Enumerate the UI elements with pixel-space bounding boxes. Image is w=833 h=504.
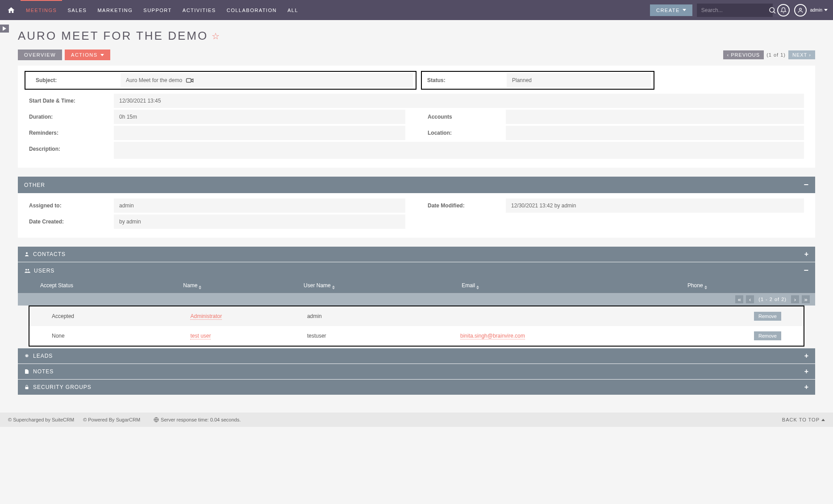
col-username[interactable]: User Name	[304, 282, 462, 289]
expand-icon[interactable]: +	[804, 352, 809, 360]
nav-sales[interactable]: SALES	[62, 0, 92, 20]
duration-value: 0h 15m	[114, 110, 405, 124]
cell-name-link[interactable]: test user	[190, 333, 211, 339]
expand-icon[interactable]: +	[804, 383, 809, 391]
pager-first[interactable]: «	[735, 295, 743, 303]
collapse-icon[interactable]: −	[804, 266, 809, 275]
created-value: by admin	[114, 215, 405, 229]
subject-label: Subject:	[25, 73, 121, 87]
users-table-header: Accept Status Name User Name Email Phone	[18, 279, 815, 293]
assigned-value: admin	[114, 198, 405, 213]
cell-name-link[interactable]: Administrator	[190, 313, 222, 320]
users-icon	[24, 268, 30, 273]
col-accept-status[interactable]: Accept Status	[40, 282, 183, 289]
expand-icon[interactable]: +	[804, 368, 809, 376]
gear-icon	[24, 353, 29, 359]
users-pager: « ‹ (1 - 2 of 2) › »	[18, 293, 815, 306]
record-pager: ‹PREVIOUS (1 of 1) NEXT›	[723, 50, 815, 59]
cell-username: testuser	[307, 333, 460, 339]
actions-button[interactable]: ACTIONS	[65, 50, 110, 60]
caret-up-icon	[821, 419, 825, 421]
svg-point-5	[28, 269, 29, 270]
svg-point-1	[799, 8, 801, 10]
sidebar-toggle[interactable]	[0, 25, 9, 33]
col-email[interactable]: Email	[462, 282, 687, 289]
leads-panel-header[interactable]: LEADS +	[18, 348, 815, 364]
nav-support[interactable]: SUPPORT	[138, 0, 177, 20]
caret-down-icon	[100, 54, 104, 56]
modified-value: 12/30/2021 13:42 by admin	[506, 198, 804, 213]
svg-point-4	[25, 269, 27, 270]
remove-button[interactable]: Remove	[754, 331, 781, 340]
user-avatar-icon[interactable]	[794, 4, 807, 17]
nav-marketing[interactable]: MARKETING	[92, 0, 138, 20]
table-row: Accepted Administrator admin Remove	[29, 306, 804, 326]
other-panel-body: Assigned to: admin Date Modified: 12/30/…	[18, 193, 815, 238]
footer-powered[interactable]: © Powered By SugarCRM	[83, 417, 140, 422]
back-to-top[interactable]: BACK TO TOP	[782, 417, 825, 422]
nav-meetings[interactable]: MEETINGS	[21, 0, 62, 20]
notes-panel-header[interactable]: NOTES +	[18, 364, 815, 379]
cell-email-link[interactable]: binita.singh@brainvire.com	[460, 333, 525, 339]
users-panel-header[interactable]: USERS −	[18, 262, 815, 279]
other-panel-header[interactable]: OTHER −	[18, 177, 815, 193]
reminders-label: Reminders:	[18, 126, 114, 140]
next-button[interactable]: NEXT›	[788, 50, 815, 59]
create-button[interactable]: CREATE	[650, 4, 692, 16]
favorite-star-icon[interactable]: ☆	[212, 31, 221, 41]
assigned-label: Assigned to:	[18, 198, 114, 213]
collapse-icon[interactable]: −	[804, 180, 809, 190]
accounts-label: Accounts	[416, 110, 506, 124]
admin-menu[interactable]: admin	[810, 8, 828, 12]
note-icon	[24, 369, 29, 374]
cell-accept: Accepted	[52, 313, 190, 319]
subject-value: Auro Meet for the demo	[121, 73, 413, 87]
globe-icon	[154, 417, 159, 422]
pager-prev[interactable]: ‹	[746, 295, 754, 303]
users-rows-box: Accepted Administrator admin Remove None…	[29, 306, 804, 347]
search-box	[697, 4, 773, 17]
notifications-icon[interactable]	[777, 4, 790, 17]
person-icon	[24, 252, 29, 257]
created-label: Date Created:	[18, 215, 114, 229]
description-value	[114, 142, 804, 159]
col-phone[interactable]: Phone	[687, 282, 793, 289]
caret-down-icon	[824, 9, 828, 11]
pager-range: (1 - 2 of 2)	[758, 297, 787, 302]
footer-supercharged[interactable]: © Supercharged by SuiteCRM	[8, 417, 74, 422]
lock-icon	[24, 384, 29, 390]
pager-last[interactable]: »	[802, 295, 810, 303]
svg-rect-7	[25, 387, 29, 389]
svg-rect-2	[187, 78, 192, 82]
video-icon[interactable]	[186, 77, 194, 83]
col-name[interactable]: Name	[183, 282, 304, 289]
search-input[interactable]	[701, 7, 768, 13]
pager-count: (1 of 1)	[766, 52, 786, 58]
contacts-panel-header[interactable]: CONTACTS +	[18, 247, 815, 262]
overview-button[interactable]: OVERVIEW	[18, 50, 62, 60]
table-row: None test user testuser binita.singh@bra…	[29, 326, 804, 346]
status-value: Planned	[507, 73, 651, 87]
remove-button[interactable]: Remove	[754, 312, 781, 321]
location-label: Location:	[416, 126, 506, 140]
footer: © Supercharged by SuiteCRM © Powered By …	[0, 413, 833, 427]
expand-icon[interactable]: +	[804, 250, 809, 258]
home-icon[interactable]	[7, 6, 15, 14]
search-icon[interactable]	[768, 6, 776, 14]
svg-point-0	[770, 8, 775, 12]
nav-all[interactable]: ALL	[282, 0, 304, 20]
detail-card: Subject: Auro Meet for the demo Status:	[18, 66, 815, 168]
reminders-value	[114, 126, 405, 140]
status-label: Status:	[422, 73, 507, 87]
caret-down-icon	[683, 9, 686, 11]
cell-accept: None	[52, 333, 190, 339]
nav-collaboration[interactable]: COLLABORATION	[221, 0, 282, 20]
previous-button[interactable]: ‹PREVIOUS	[723, 50, 764, 59]
pager-next[interactable]: ›	[791, 295, 799, 303]
footer-response-time: Server response time: 0.04 seconds.	[161, 417, 241, 422]
top-navbar: MEETINGS SALES MARKETING SUPPORT ACTIVIT…	[0, 0, 833, 20]
cell-username: admin	[307, 313, 460, 319]
nav-activities[interactable]: ACTIVITIES	[177, 0, 221, 20]
security-groups-panel-header[interactable]: SECURITY GROUPS +	[18, 380, 815, 395]
start-date-value: 12/30/2021 13:45	[114, 94, 804, 108]
